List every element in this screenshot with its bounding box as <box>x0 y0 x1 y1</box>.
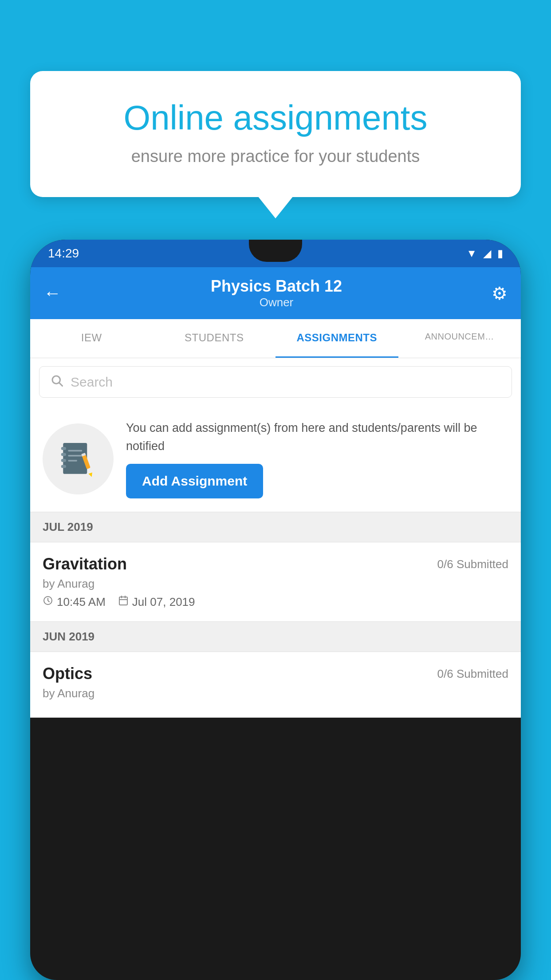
assignment-row1-optics: Optics 0/6 Submitted <box>43 664 508 683</box>
svg-rect-5 <box>61 459 66 462</box>
header-subtitle: Owner <box>211 296 342 309</box>
speech-bubble: Online assignments ensure more practice … <box>30 71 521 197</box>
assignment-submitted-optics: 0/6 Submitted <box>437 667 508 681</box>
tab-students[interactable]: STUDENTS <box>153 319 276 358</box>
search-placeholder: Search <box>71 375 113 390</box>
notch <box>249 240 302 262</box>
assignment-name-gravitation: Gravitation <box>43 555 127 573</box>
assignment-item-optics[interactable]: Optics 0/6 Submitted by Anurag <box>30 652 521 718</box>
svg-rect-9 <box>68 460 77 461</box>
battery-icon: ▮ <box>497 247 503 260</box>
assignment-meta-gravitation: 10:45 AM Jul 07, 2019 <box>43 595 508 609</box>
bubble-title: Online assignments <box>61 98 490 138</box>
promo-text: You can add assignment(s) from here and … <box>126 419 508 455</box>
svg-rect-6 <box>61 465 66 468</box>
back-button[interactable]: ← <box>43 283 61 303</box>
status-time: 14:29 <box>48 246 79 261</box>
add-assignment-button[interactable]: Add Assignment <box>126 464 263 498</box>
meta-date-gravitation: Jul 07, 2019 <box>118 595 195 609</box>
assignment-by-optics: by Anurag <box>43 687 508 700</box>
wifi-icon: ▼ <box>466 247 477 260</box>
meta-time-gravitation: 10:45 AM <box>43 595 106 609</box>
tab-iew[interactable]: IEW <box>30 319 153 358</box>
assignment-by-gravitation: by Anurag <box>43 577 508 591</box>
svg-rect-14 <box>119 597 127 605</box>
svg-marker-11 <box>88 472 94 478</box>
svg-rect-3 <box>61 447 66 450</box>
signal-icon: ◢ <box>483 247 491 260</box>
assignment-row1: Gravitation 0/6 Submitted <box>43 555 508 573</box>
notebook-icon <box>58 439 98 479</box>
status-bar: 14:29 ▼ ◢ ▮ <box>30 240 521 267</box>
assignment-submitted-gravitation: 0/6 Submitted <box>437 557 508 571</box>
date-value-gravitation: Jul 07, 2019 <box>132 595 195 609</box>
tabs-bar: IEW STUDENTS ASSIGNMENTS ANNOUNCEM… <box>30 319 521 358</box>
search-icon <box>50 374 63 390</box>
bubble-subtitle: ensure more practice for your students <box>61 147 490 166</box>
header-title: Physics Batch 12 <box>211 277 342 296</box>
app-header: ← Physics Batch 12 Owner ⚙ <box>30 267 521 319</box>
promo-icon-circle <box>43 423 114 494</box>
phone-frame: 14:29 ▼ ◢ ▮ ← Physics Batch 12 Owner ⚙ I… <box>30 240 521 980</box>
calendar-icon <box>118 595 129 609</box>
svg-rect-4 <box>61 453 66 456</box>
svg-rect-7 <box>68 450 83 451</box>
search-bar-container: Search <box>30 358 521 406</box>
clock-icon <box>43 595 53 609</box>
content-area: Search <box>30 358 521 718</box>
svg-line-1 <box>59 383 63 386</box>
svg-rect-8 <box>68 455 83 456</box>
header-center: Physics Batch 12 Owner <box>211 277 342 309</box>
settings-button[interactable]: ⚙ <box>492 283 508 304</box>
tab-assignments[interactable]: ASSIGNMENTS <box>276 319 398 358</box>
status-icons: ▼ ◢ ▮ <box>466 247 503 260</box>
time-value-gravitation: 10:45 AM <box>57 595 106 609</box>
section-header-jul: JUL 2019 <box>30 512 521 542</box>
assignment-name-optics: Optics <box>43 664 92 683</box>
search-input-wrap[interactable]: Search <box>39 366 512 398</box>
section-header-jun: JUN 2019 <box>30 622 521 652</box>
add-assignment-promo: You can add assignment(s) from here and … <box>30 406 521 512</box>
tab-announcements[interactable]: ANNOUNCEM… <box>398 319 521 358</box>
promo-right: You can add assignment(s) from here and … <box>126 419 508 498</box>
assignment-item-gravitation[interactable]: Gravitation 0/6 Submitted by Anurag 10:4… <box>30 542 521 622</box>
